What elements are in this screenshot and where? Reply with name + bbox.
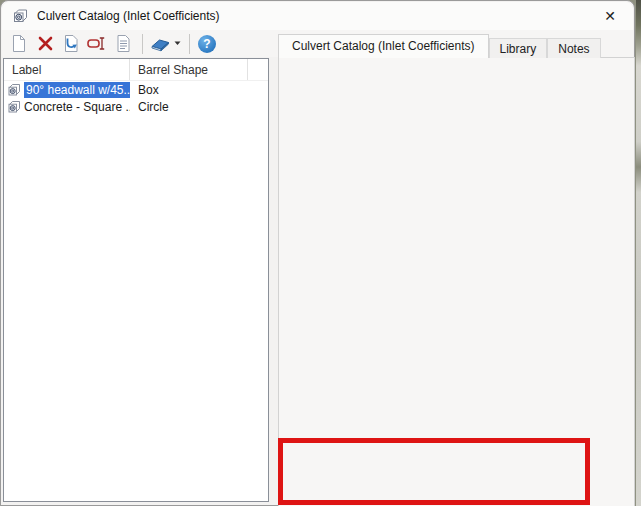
- column-header-barrel-shape[interactable]: Barrel Shape: [130, 59, 248, 80]
- tab-page: [278, 57, 635, 506]
- column-header-spacer: [248, 59, 268, 80]
- culvert-app-icon: [12, 8, 29, 24]
- list-row[interactable]: 90° headwall w/45... Box: [4, 81, 268, 98]
- book-icon: [150, 36, 171, 52]
- tab-culvert-catalog[interactable]: Culvert Catalog (Inlet Coefficients): [278, 34, 489, 58]
- report-button[interactable]: [111, 32, 135, 55]
- list-header: Label Barrel Shape: [4, 59, 268, 81]
- new-button[interactable]: [7, 32, 31, 55]
- tab-notes[interactable]: Notes: [547, 38, 600, 58]
- duplicate-button[interactable]: [59, 32, 83, 55]
- rename-icon: [87, 36, 107, 51]
- toolbar-separator: [142, 34, 143, 54]
- help-button[interactable]: ?: [195, 32, 219, 55]
- list-row[interactable]: Concrete - Square ... Circle: [4, 98, 268, 115]
- background-sliver: [636, 0, 641, 506]
- dropdown-caret-icon: [174, 41, 181, 46]
- culvert-item-icon: [4, 83, 24, 97]
- row-label[interactable]: Concrete - Square ...: [24, 100, 130, 114]
- engineering-library-button[interactable]: [148, 32, 182, 55]
- row-barrel-shape[interactable]: Box: [130, 83, 159, 97]
- title-bar: Culvert Catalog (Inlet Coefficients) ✕: [2, 2, 633, 30]
- report-document-icon: [115, 34, 132, 53]
- row-label[interactable]: 90° headwall w/45...: [24, 82, 130, 98]
- culvert-catalog-dialog: Culvert Catalog (Inlet Coefficients) ✕: [0, 0, 635, 506]
- toolbar-separator: [189, 34, 190, 54]
- close-icon: ✕: [604, 8, 616, 24]
- rename-button[interactable]: [85, 32, 109, 55]
- help-icon: ?: [198, 35, 216, 53]
- new-document-icon: [10, 34, 28, 53]
- delete-x-icon: [37, 35, 54, 52]
- tab-library[interactable]: Library: [489, 38, 548, 58]
- window-title: Culvert Catalog (Inlet Coefficients): [37, 9, 220, 23]
- row-barrel-shape[interactable]: Circle: [130, 100, 169, 114]
- column-header-label[interactable]: Label: [4, 59, 130, 80]
- close-button[interactable]: ✕: [595, 4, 625, 28]
- tab-strip: Culvert Catalog (Inlet Coefficients) Lib…: [278, 34, 601, 58]
- duplicate-page-icon: [62, 34, 81, 53]
- delete-button[interactable]: [33, 32, 57, 55]
- culvert-item-icon: [4, 100, 24, 114]
- catalog-list[interactable]: Label Barrel Shape 90° headwall w/45... …: [3, 58, 269, 502]
